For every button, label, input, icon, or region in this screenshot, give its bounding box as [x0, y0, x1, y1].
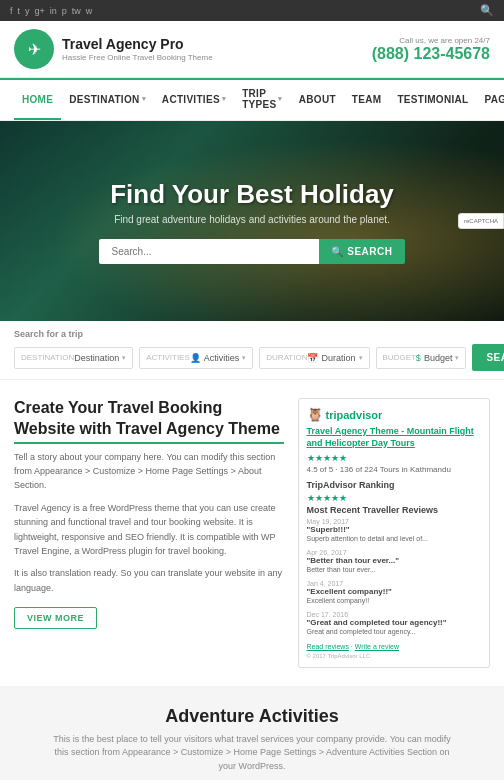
budget-filter[interactable]: BUDGET $ Budget ▾	[376, 347, 467, 369]
trip-filters: DESTINATION Destination ▾ ACTIVITIES 👤 A…	[14, 344, 490, 371]
duration-filter[interactable]: DURATION 📅 Duration ▾	[259, 347, 369, 369]
tripadvisor-section: 🦉 tripadvisor Travel Agency Theme - Moun…	[298, 398, 491, 668]
review-3: Jan 4, 2017 "Excellent company!!" Excell…	[307, 580, 482, 606]
duration-value: Duration	[321, 353, 355, 363]
tripadvisor-footer: Read reviews · Write a review	[307, 643, 482, 650]
trip-search-section: Search for a trip DESTINATION Destinatio…	[0, 321, 504, 380]
about-paragraph-2: Travel Agency is a free WordPress theme …	[14, 501, 284, 559]
nav-trip-types[interactable]: TRIP TYPES ▾	[234, 80, 291, 120]
googleplus-icon[interactable]: g+	[35, 6, 45, 16]
logo-icon: ✈	[14, 29, 54, 69]
facebook-icon[interactable]: f	[10, 6, 13, 16]
tripadvisor-stars: ★★★★★	[307, 453, 482, 463]
tripadvisor-ranking-stars: ★★★★★	[307, 493, 482, 503]
adventure-title: Adventure Activities	[14, 706, 490, 727]
pinterest-icon[interactable]: p	[62, 6, 67, 16]
about-paragraph-3: It is also translation ready. So you can…	[14, 566, 284, 595]
budget-filter-label: BUDGET	[383, 353, 416, 362]
read-reviews-link[interactable]: Read reviews	[307, 643, 349, 650]
review-2: Apr 26, 2017 "Better than tour ever..." …	[307, 549, 482, 575]
social-icons: f t y g+ in p tw w	[10, 6, 92, 16]
top-search-icon[interactable]: 🔍	[480, 4, 494, 17]
activities-icon: 👤	[190, 353, 201, 363]
review-1: May 19, 2017 "Superb!!!" Superb attentio…	[307, 518, 482, 544]
destination-dropdown-arrow: ▾	[142, 95, 146, 103]
nav-testimonial[interactable]: TESTIMONIAL	[389, 80, 476, 120]
trip-search-button[interactable]: SEARCH	[472, 344, 504, 371]
duration-arrow-icon: ▾	[359, 354, 363, 362]
review-4: Dec 17, 2016 "Great and completed tour a…	[307, 611, 482, 637]
hero-search-input[interactable]	[99, 239, 319, 264]
view-more-button[interactable]: VIEW MORE	[14, 607, 97, 629]
hero-search-bar: 🔍 SEARCH	[99, 239, 404, 264]
activities-value: Activities	[204, 353, 240, 363]
tripadvisor-logo: 🦉 tripadvisor	[307, 407, 482, 422]
logo-text: Travel Agency Pro Hassle Free Online Tra…	[62, 36, 213, 62]
hero-subtitle: Find great adventure holidays and activi…	[114, 214, 390, 225]
activities-dropdown-arrow: ▾	[222, 95, 226, 103]
duration-filter-label: DURATION	[266, 353, 307, 362]
adventure-subtitle: This is the best place to tell your visi…	[52, 733, 452, 774]
trip-types-dropdown-arrow: ▾	[278, 95, 282, 103]
nav-team[interactable]: TEAM	[344, 80, 390, 120]
activities-filter[interactable]: ACTIVITIES 👤 Activities ▾	[139, 347, 253, 369]
tripadvisor-ranking-label: TripAdvisor Ranking	[307, 480, 482, 490]
nav-activities[interactable]: ACTIVITIES ▾	[154, 80, 234, 120]
nav-destination[interactable]: DESTINATION ▾	[61, 80, 154, 120]
logo-area: ✈ Travel Agency Pro Hassle Free Online T…	[14, 29, 213, 69]
adventure-section: Adventure Activities This is the best pl…	[0, 686, 504, 780]
phone-number[interactable]: (888) 123-45678	[372, 45, 490, 63]
budget-icon: $	[416, 353, 421, 363]
duration-icon: 📅	[307, 353, 318, 363]
destination-arrow-icon: ▾	[122, 354, 126, 362]
nav-pages[interactable]: PAGES ▾	[476, 80, 504, 120]
nav-about[interactable]: ABOUT	[291, 80, 344, 120]
nav-home[interactable]: HOME	[14, 80, 61, 120]
whatsapp-icon[interactable]: w	[86, 6, 93, 16]
budget-arrow-icon: ▾	[455, 354, 459, 362]
trip-search-label: Search for a trip	[14, 329, 490, 339]
brand-name: Travel Agency Pro	[62, 36, 213, 53]
main-content: Create Your Travel Booking Website with …	[0, 380, 504, 686]
tripadvisor-listing-title[interactable]: Travel Agency Theme - Mountain Flight an…	[307, 426, 482, 449]
call-us-text: Call us, we are open 24/7	[372, 36, 490, 45]
destination-filter[interactable]: DESTINATION Destination ▾	[14, 347, 133, 369]
activities-filter-label: ACTIVITIES	[146, 353, 190, 362]
search-icon: 🔍	[331, 246, 347, 257]
tripadvisor-box: 🦉 tripadvisor Travel Agency Theme - Moun…	[298, 398, 491, 668]
about-section-title: Create Your Travel Booking Website with …	[14, 398, 284, 444]
activities-arrow-icon: ▾	[242, 354, 246, 362]
tripadvisor-owl-icon: 🦉	[307, 407, 323, 422]
tagline: Hassle Free Online Travel Booking Theme	[62, 53, 213, 63]
write-review-link[interactable]: Write a review	[355, 643, 399, 650]
tripadvisor-rating-text: 4.5 of 5 · 136 of 224 Tours in Kathmandu	[307, 465, 482, 474]
hero-search-button[interactable]: 🔍 SEARCH	[319, 239, 404, 264]
header: ✈ Travel Agency Pro Hassle Free Online T…	[0, 21, 504, 78]
hero-section: Find Your Best Holiday Find great advent…	[0, 121, 504, 321]
destination-filter-label: DESTINATION	[21, 353, 74, 362]
about-paragraph-1: Tell a story about your company here. Yo…	[14, 450, 284, 493]
contact-area: Call us, we are open 24/7 (888) 123-4567…	[372, 36, 490, 63]
youtube-icon[interactable]: y	[25, 6, 30, 16]
tripadvisor-copyright: © 2017 TripAdvisor LLC	[307, 653, 482, 659]
budget-value: Budget	[424, 353, 453, 363]
top-bar: f t y g+ in p tw w 🔍	[0, 0, 504, 21]
destination-value: Destination	[74, 353, 119, 363]
tripadvisor-recent-label: Most Recent Traveller Reviews	[307, 505, 482, 515]
tumblr-icon[interactable]: tw	[72, 6, 81, 16]
main-nav: HOME DESTINATION ▾ ACTIVITIES ▾ TRIP TYP…	[0, 78, 504, 121]
recaptcha-badge: reCAPTCHA	[458, 213, 504, 229]
twitter-icon[interactable]: t	[18, 6, 21, 16]
hero-title: Find Your Best Holiday	[110, 179, 394, 210]
instagram-icon[interactable]: in	[50, 6, 57, 16]
about-section: Create Your Travel Booking Website with …	[14, 398, 284, 668]
